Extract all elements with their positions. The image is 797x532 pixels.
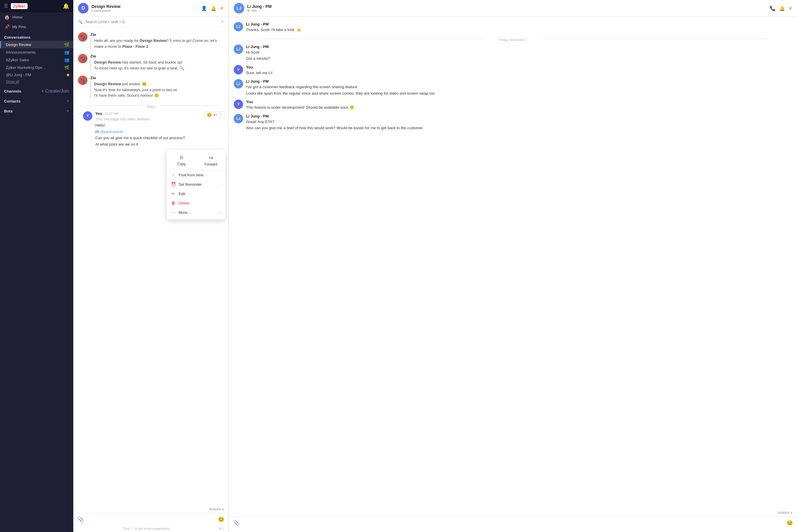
delete-button[interactable]: 🗑 Delete [167, 198, 225, 208]
announcements-label: #Announcements [6, 50, 35, 55]
dm-status-text: Idle [252, 9, 257, 12]
emoji-picker-icon[interactable]: 😊 [218, 516, 224, 522]
home-icon: 🏠 [4, 14, 10, 20]
dm-actions-bar: Actions ∨ [229, 510, 797, 516]
chat-title: Design Review [91, 4, 121, 9]
lj-eta-text-2: Also can you give me a brief of how this… [246, 125, 792, 131]
marketing-badge-icon: 🌿 [64, 65, 69, 70]
you-sender-sure: You [246, 65, 253, 70]
fork-label: Fork from here [179, 173, 203, 177]
reminder-label: Set Reminder [179, 182, 202, 187]
dm-input[interactable] [242, 521, 783, 525]
forward-button[interactable]: ↪ Forward [196, 155, 225, 166]
lj-feedback-text-1: I've got a customer feedback regarding t… [246, 84, 792, 90]
contacts-label: Contacts [4, 99, 20, 103]
zia-message-3-text: Design Review just ended. 😊 Now it's tim… [90, 81, 224, 98]
dm-mute-icon[interactable]: 🔔 [779, 5, 785, 11]
you-message-time: 01:07 PM [105, 112, 119, 115]
dm-title: Li Jung - PM [247, 4, 272, 9]
footer-shortcut: M ↓ [219, 527, 224, 530]
reminder-icon: ⏰ [171, 182, 176, 187]
more-button[interactable]: ⋯ More... › [167, 208, 225, 217]
chat-header: D Design Review 6 participants 👤 🔔 ✕ [73, 0, 229, 17]
you-dev-content: You This feature is under development! S… [246, 100, 792, 111]
add-tab-icon[interactable]: + [221, 19, 224, 24]
fork-from-here-button[interactable]: ⑂ Fork from here [167, 170, 225, 179]
sidebar-item-design-review[interactable]: Design Review 🌿 [0, 41, 73, 48]
delete-label: Delete [179, 201, 190, 205]
dm-attachment-icon[interactable]: 📎 [233, 520, 239, 526]
chat-actions-link[interactable]: Actions ∨ [209, 507, 224, 511]
dm-emoji-picker-icon[interactable]: 😊 [786, 520, 793, 526]
edit-button[interactable]: ✏ Edit [167, 189, 225, 198]
dm-header-info: Li Jung - PM Idle [247, 4, 272, 12]
lj-sender-eta: Li Jung - PM [246, 114, 269, 118]
channels-create-join-button[interactable]: + Create/Join [41, 89, 69, 94]
lj-hi-text-1: Hi Scott [246, 50, 792, 55]
sidebar-item-li-jung[interactable]: @Li Jung - PM [0, 71, 73, 78]
sidebar-item-home[interactable]: 🏠 Home [0, 12, 73, 22]
fork-icon: ⑂ [171, 173, 176, 177]
message-group-zia-1: 🐾 Zia Hello all, are you ready for Desig… [73, 31, 229, 52]
messages-area: 🐾 Zia Hello all, are you ready for Desig… [73, 27, 229, 507]
set-reminder-button[interactable]: ⏰ Set Reminder › [167, 179, 225, 189]
chat-header-actions: 👤 🔔 ✕ [201, 5, 224, 11]
dm-header: LJ Li Jung - PM Idle 📞 🔔 ✕ [229, 0, 797, 17]
reply-icon[interactable]: ↩ [214, 113, 217, 117]
lj-feedback-text-2: Looks like apart from the regular voice … [246, 91, 792, 96]
add-participant-icon[interactable]: 👤 [201, 5, 207, 11]
lj-avatar-eta: LJ [234, 114, 243, 124]
grid-icon[interactable]: ⠿ [4, 3, 8, 10]
zia-sender-2: Zia [90, 54, 96, 58]
dm-input-area: 📎 😊 [229, 516, 797, 529]
sidebar-item-marketing[interactable]: Zylker Marketing Ope... 🌿 [0, 63, 73, 71]
you-dev-text: This feature is under development! Shoul… [246, 104, 792, 111]
lj-thanks-content: Li Jung - PM Thanks, Scott. I'll take a … [246, 22, 792, 33]
li-jung-status-dot [67, 74, 69, 76]
search-bar: 🔍 + [78, 17, 224, 27]
copy-button[interactable]: ⎘ Copy [167, 155, 196, 166]
marketing-label: Zylker Marketing Ope... [6, 65, 46, 70]
lj-sender-hi: Li Jung - PM [246, 44, 269, 49]
footer-hint-text: Type ":" to get emoji suggestions [123, 527, 169, 530]
dm-close-icon[interactable]: ✕ [789, 5, 792, 11]
bots-add-button[interactable]: + [67, 108, 69, 114]
show-all-link[interactable]: Show all [0, 78, 73, 85]
lj-sender-thanks: Li Jung - PM [246, 22, 269, 26]
more-options-icon[interactable]: ⋮ [219, 113, 223, 117]
zia-avatar-3: 🐾 [78, 76, 87, 85]
search-input[interactable] [85, 20, 219, 24]
close-chat-icon[interactable]: ✕ [220, 5, 224, 11]
attachment-icon[interactable]: 📎 [77, 516, 84, 522]
dm-header-actions: 📞 🔔 ✕ [770, 5, 792, 11]
lj-hi-text-2: Got a minute? [246, 56, 792, 61]
sidebar: ⠿ Zylker 🔔 🏠 Home 📌 My Pins Conversation… [0, 0, 73, 532]
contacts-add-button[interactable]: + [67, 98, 69, 104]
chat-footer-hint: Type ":" to get emoji suggestions M ↓ [73, 526, 229, 532]
chat-header-info: Design Review 6 participants [91, 4, 121, 12]
chat-input[interactable] [87, 517, 215, 522]
mute-icon[interactable]: 🔔 [211, 5, 216, 11]
search-icon: 🔍 [78, 20, 83, 24]
edit-icon: ✏ [171, 191, 176, 196]
sidebar-item-zylker-sales[interactable]: #Zylker Sales 👥 [0, 56, 73, 63]
you-sender-dev: You [246, 100, 253, 104]
zia-message-1-text: Hello all, are you ready for Design Revi… [90, 38, 224, 49]
emoji-react-icon[interactable]: 😊 [207, 113, 212, 117]
zylker-sales-label: #Zylker Sales [6, 58, 29, 62]
star-icon[interactable]: ☆ [78, 112, 81, 116]
voice-call-icon[interactable]: 📞 [770, 5, 776, 11]
sidebar-item-my-pins[interactable]: 📌 My Pins [0, 22, 73, 32]
lj-avatar-hi: LJ [234, 44, 243, 54]
sidebar-item-announcements[interactable]: #Announcements 👥 [0, 48, 73, 56]
more-icon: ⋯ [171, 210, 176, 215]
zia-message-2-content: Zia Design Review has started. Sit back … [90, 54, 224, 72]
li-jung-label: @Li Jung - PM [6, 73, 31, 77]
dm-message-group-sure: Y You Sure, tell me Li! [229, 63, 797, 78]
mention-participants: @participants [100, 130, 124, 134]
you-avatar: Y [83, 111, 92, 121]
copy-label: Copy [177, 162, 186, 166]
notification-bell-icon[interactable]: 🔔 [63, 3, 69, 10]
dm-actions-link[interactable]: Actions ∨ [778, 511, 793, 515]
zia-avatar-1: 🐾 [78, 32, 87, 42]
